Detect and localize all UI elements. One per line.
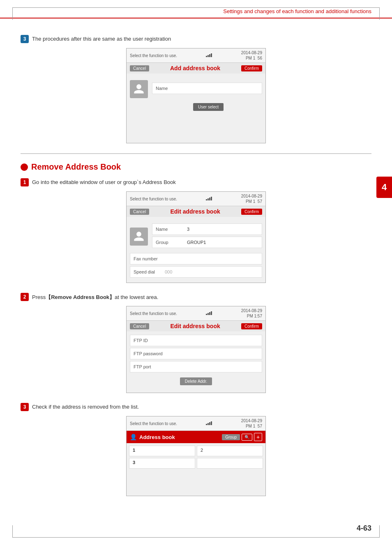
ab-item-1[interactable]: 1: [129, 446, 195, 456]
page-header: Settings and changes of each function an…: [0, 0, 392, 18]
name-label: Name: [152, 84, 185, 92]
screen2-name-label: Name: [152, 225, 185, 233]
signal-icon: [206, 53, 212, 58]
avatar-icon2: [130, 228, 148, 246]
person-svg2: [133, 231, 145, 242]
screen3-datetime: 2014-08-29 PM 1:57: [241, 308, 262, 319]
step3-label: 3 Check if the address is removed from t…: [21, 403, 371, 411]
screen2: Select the function to use. 2014-08-29 P…: [126, 191, 266, 283]
ab-item-3[interactable]: 3: [129, 458, 195, 469]
screen2-body: Name 3 Group GROUP1 Fax number: [127, 217, 265, 283]
screen3-ftp-id-row: FTP ID: [130, 335, 262, 346]
screen1-cancel[interactable]: Cancel: [130, 65, 149, 71]
name-row: Name: [152, 83, 262, 94]
screen2-fax-value: [163, 257, 262, 260]
screen4-datetime: 2014-08-29 PM 1 57: [241, 418, 262, 429]
screen1-body: Name User select: [127, 74, 265, 143]
screen2-title: Edit address book: [149, 208, 241, 215]
screen1-datetime: 2014-08-29 PM 1 56: [241, 50, 262, 61]
screen2-group-label: Group: [152, 238, 185, 246]
intro-step-num: 3: [21, 35, 29, 43]
screen1-title: Add address book: [149, 65, 241, 71]
screen1-name-row: Name: [152, 83, 262, 96]
step3-block: 3 Check if the address is removed from t…: [21, 403, 371, 496]
screen3-ftp-id-label: FTP ID: [130, 336, 163, 345]
screen1-wrapper: Select the function to use. 2014-08-29 P…: [21, 48, 371, 143]
page-number: 4-63: [357, 524, 371, 533]
screen3-topbar: Select the function to use. 2014-08-29 P…: [127, 306, 265, 321]
ab-list: 1 2 3: [127, 443, 265, 496]
add-btn[interactable]: +: [254, 433, 262, 441]
ab-person-icon: 👤: [130, 434, 137, 440]
screen2-fax-label: Fax number: [130, 255, 163, 263]
page-content: 3 The procedures after this are same as …: [0, 27, 392, 522]
screen2-avatar-row: Name 3 Group GROUP1: [130, 220, 262, 253]
search-btn[interactable]: 🔍: [242, 434, 252, 441]
step1-text: Go into the editable window of user or g…: [32, 178, 176, 185]
ab-titlebar: 👤 Address book Group 🔍 +: [127, 431, 265, 443]
step3-num: 3: [21, 403, 29, 411]
delete-addr-btn[interactable]: Delete Addr.: [180, 377, 212, 385]
signal-icon2: [206, 196, 212, 201]
screen3-ftp-pass-value: [166, 352, 262, 355]
screen3-confirm[interactable]: Confirm: [241, 323, 262, 329]
group-btn[interactable]: Group: [222, 434, 240, 440]
screen1: Select the function to use. 2014-08-29 P…: [126, 48, 266, 143]
signal-icon4: [206, 421, 212, 426]
screen3-body: FTP ID FTP password FTP port Delete Addr…: [127, 331, 265, 393]
ab-actions: Group 🔍 +: [222, 433, 262, 441]
page-border-left: [12, 7, 13, 20]
screen4: Select the function to use. 2014-08-29 P…: [126, 416, 266, 496]
screen2-name-row: Name 3: [152, 223, 262, 235]
screen2-confirm[interactable]: Confirm: [241, 209, 262, 215]
screen3-titlebar: Cancel Edit address book Confirm: [127, 321, 265, 331]
section-bullet: [21, 163, 28, 171]
screen2-wrapper: Select the function to use. 2014-08-29 P…: [21, 191, 371, 283]
intro-step-block: 3 The procedures after this are same as …: [21, 35, 371, 143]
screen3-ftp-id-value: [163, 339, 262, 342]
screen3-topbar-title: Select the function to use.: [130, 311, 177, 316]
screen4-topbar: Select the function to use. 2014-08-29 P…: [127, 416, 265, 431]
screen3-cancel[interactable]: Cancel: [130, 323, 149, 329]
screen3: Select the function to use. 2014-08-29 P…: [126, 306, 266, 393]
signal-icon3: [206, 311, 212, 316]
screen3-ftp-pass-row: FTP password: [130, 348, 262, 359]
user-select-btn[interactable]: User select: [193, 103, 224, 111]
step1-label: 1 Go into the editable window of user or…: [21, 178, 371, 186]
screen2-speed-value: 000: [163, 268, 262, 276]
screen3-ftp-port-row: FTP port: [130, 361, 262, 373]
screen2-speed-row: Speed dial 000: [130, 266, 262, 278]
ab-title-area: 👤 Address book: [130, 434, 222, 440]
step1-num: 1: [21, 178, 29, 186]
user-select-area: User select: [130, 101, 262, 115]
step2-num: 2: [21, 293, 29, 301]
screen2-cancel[interactable]: Cancel: [130, 209, 149, 215]
ab-title-text: Address book: [139, 434, 175, 440]
avatar-icon: [130, 80, 148, 98]
ab-item-empty: [197, 458, 263, 469]
screen1-spacer2: [130, 127, 262, 140]
step2-text: Press【Remove Address Book】at the lowest …: [32, 293, 158, 301]
ab-list-row1: 1 2: [129, 446, 263, 456]
section-title: Remove Address Book: [31, 162, 121, 172]
screen1-confirm[interactable]: Confirm: [241, 65, 262, 71]
screen1-topbar-title: Select the function to use.: [130, 53, 177, 58]
page-border-right: [379, 7, 380, 20]
chapter-tab: 4: [376, 177, 392, 198]
remove-ab-heading: Remove Address Book: [21, 162, 371, 172]
screen3-wrapper: Select the function to use. 2014-08-29 P…: [21, 306, 371, 393]
person-svg: [133, 83, 145, 95]
step1-block: 1 Go into the editable window of user or…: [21, 178, 371, 283]
screen2-fields: Name 3 Group GROUP1: [152, 223, 262, 250]
screen2-name-value: 3: [185, 225, 262, 233]
page-border-top: [12, 7, 380, 8]
screen4-wrapper: Select the function to use. 2014-08-29 P…: [21, 416, 371, 496]
screen1-titlebar: Cancel Add address book Confirm: [127, 63, 265, 74]
screen3-footer: Delete Addr.: [130, 374, 262, 389]
screen2-topbar-title: Select the function to use.: [130, 197, 177, 201]
screen3-title: Edit address book: [149, 323, 241, 329]
step2-block: 2 Press【Remove Address Book】at the lowes…: [21, 293, 371, 393]
ab-item-2[interactable]: 2: [197, 446, 263, 456]
step2-label: 2 Press【Remove Address Book】at the lowes…: [21, 293, 371, 301]
intro-step-label: 3 The procedures after this are same as …: [21, 35, 371, 43]
